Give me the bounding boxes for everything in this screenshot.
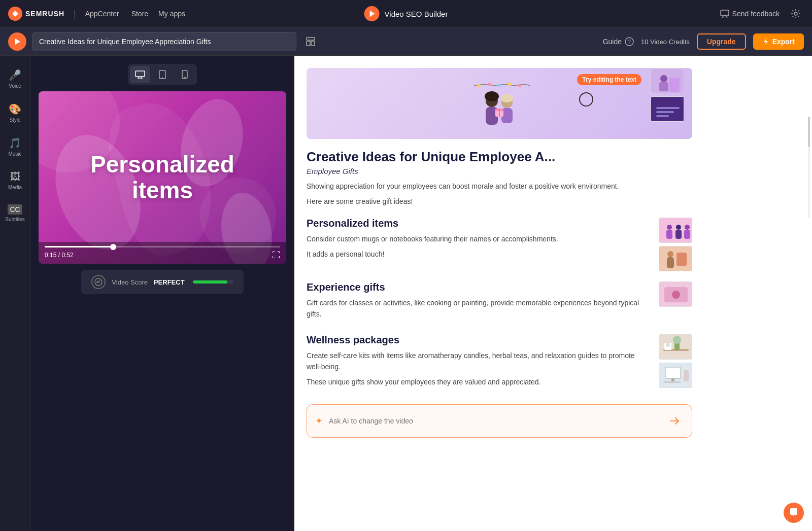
wellness-title[interactable]: Wellness packages [307,334,651,346]
sidebar-item-voice[interactable]: 🎤 Voice [2,64,28,94]
wellness-text-2: These unique gifts show your employees t… [307,376,651,387]
svg-rect-46 [659,246,692,271]
music-icon: 🎵 [9,137,21,149]
scroll-thumb[interactable] [808,117,810,147]
mobile-view-button[interactable] [175,66,195,83]
svg-rect-48 [667,257,674,268]
style-icon: 🎨 [9,103,21,115]
semrush-brand-text: SEMRUSH [25,10,64,18]
intro-text-2: Here are some creative gift ideas! [307,196,692,207]
slide-preview[interactable]: Try editing the text [307,68,692,139]
svg-point-18 [488,83,491,86]
sidebar-item-media[interactable]: 🖼 Media [2,166,28,195]
svg-rect-37 [656,111,674,113]
controls-row: 0:15 / 0:52 ⛶ [45,251,280,260]
ai-input-area: ✦ [307,404,692,438]
thumb-2-icon [651,97,684,122]
appcenter-label: AppCenter [85,10,119,18]
svg-point-56 [673,336,681,344]
toolbar-play-button[interactable] [8,32,26,51]
main-title[interactable]: Creative Ideas for Unique Employee A... [307,149,692,165]
video-seo-builder-icon [364,6,380,21]
question-icon: ? [625,37,634,46]
try-edit-badge[interactable]: Try editing the text [577,74,641,85]
svg-rect-49 [676,253,687,266]
support-chat-button[interactable] [784,503,804,523]
personalized-thumb-1[interactable] [659,218,692,243]
sidebar-item-style[interactable]: 🎨 Style [2,98,28,128]
guide-button[interactable]: Guide ? [603,37,634,46]
toolbar-play-icon [14,38,21,45]
slide-thumbnails [651,68,684,122]
ai-send-button[interactable] [665,412,684,430]
personalized-title[interactable]: Personalized items [307,218,651,229]
nav-center: Video SEO Builder [364,6,448,21]
thumbnail-2[interactable] [651,96,684,122]
export-button[interactable]: Export [753,33,804,50]
main-subtitle[interactable]: Employee Gifts [307,167,692,175]
center-title: Video SEO Builder [385,10,448,18]
svg-point-23 [485,91,499,101]
semrush-logo[interactable]: SEMRUSH [8,7,64,21]
score-progress-bar [193,280,233,284]
video-text-line1: Personalized [90,152,234,178]
lightning-icon [762,38,769,45]
send-feedback-button[interactable]: Send feedback [720,9,780,18]
settings-button[interactable] [788,6,804,22]
progress-bar-fill [45,246,113,247]
brand-divider: | [74,9,76,19]
svg-rect-34 [669,78,680,92]
top-navigation: SEMRUSH | AppCenter Store My apps Video … [0,0,812,28]
nav-my-apps-link[interactable]: My apps [158,10,185,18]
section-personalized: Personalized items Consider custom mugs … [307,218,692,271]
sidebar-item-music[interactable]: 🎵 Music [2,132,28,162]
personalized-thumb-2[interactable] [659,246,692,271]
svg-point-26 [501,94,513,102]
svg-rect-5 [311,41,315,46]
upgrade-button[interactable]: Upgrade [697,33,746,50]
fullscreen-button[interactable]: ⛶ [272,251,280,260]
experience-thumb-1[interactable] [659,281,692,307]
experience-title[interactable]: Experience gifts [307,281,651,293]
progress-bar-container[interactable] [45,246,280,247]
ai-change-input[interactable] [329,417,659,425]
media-icon: 🖼 [10,171,20,183]
wellness-thumb-1[interactable] [659,334,692,360]
experience-text-1: Gift cards for classes or activities, li… [307,297,651,320]
send-feedback-label: Send feedback [732,10,780,18]
svg-rect-38 [656,115,669,117]
score-bar-fill [193,280,227,284]
tablet-view-button[interactable] [152,66,173,83]
svg-rect-33 [659,82,668,91]
chat-icon [789,508,799,518]
toolbar: Guide ? 10 Video Credits Upgrade Export [0,28,812,56]
svg-rect-8 [136,71,145,77]
nav-store-link[interactable]: Store [131,10,148,18]
svg-point-42 [676,225,681,230]
svg-rect-63 [684,370,689,381]
sidebar-voice-label: Voice [9,83,21,89]
mobile-icon [182,70,188,79]
layout-button[interactable] [302,33,319,50]
score-chart-icon [94,278,103,286]
total-time: 0:52 [61,252,73,259]
video-title-input[interactable] [32,32,296,51]
svg-rect-3 [307,38,315,40]
sidebar-media-label: Media [8,185,22,190]
wellness-thumb-2[interactable] [659,363,692,388]
svg-rect-4 [307,41,310,46]
video-text-line2: items [90,178,234,203]
cursor-indicator [579,92,593,107]
svg-point-58 [666,343,670,347]
subtitles-icon: CC [8,204,22,215]
nav-right: Send feedback [720,6,804,22]
section-experience: Experience gifts Gift cards for classes … [307,281,692,324]
video-player[interactable]: Personalized items 0:15 / 0:52 ⛶ [39,91,286,264]
svg-point-40 [667,225,672,230]
desktop-view-button[interactable] [130,66,150,83]
sidebar-item-subtitles[interactable]: CC Subtitles [2,199,28,227]
section-wellness: Wellness packages Create self-care kits … [307,334,692,392]
main-content: 🎤 Voice 🎨 Style 🎵 Music 🖼 Media CC Subti… [0,56,812,531]
thumbnail-1[interactable] [651,68,684,93]
current-time: 0:15 [45,252,56,259]
